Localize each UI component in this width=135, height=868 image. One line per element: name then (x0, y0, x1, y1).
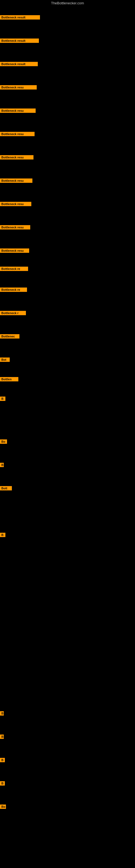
bottleneck-result-badge: Bottleneck result (0, 38, 39, 43)
bottleneck-result-badge: Bottleneck re (0, 267, 28, 271)
bottleneck-result-badge: Bottleneck resu (0, 85, 37, 90)
bottleneck-result-badge: Bottleneck resu (0, 179, 32, 183)
bottleneck-result-badge: Bottlen (0, 377, 18, 381)
bottleneck-result-badge: Bottleneck resu (0, 248, 29, 253)
bottleneck-result-badge: Bottleneck result (0, 62, 38, 66)
bottleneck-result-badge: Bottleneck re (0, 287, 27, 292)
bottleneck-result-badge: B (0, 711, 4, 716)
bottleneck-result-badge: Bot (0, 358, 10, 362)
bottleneck-result-badge: B (0, 735, 4, 739)
bottleneck-result-badge: Bottleneck r (0, 311, 26, 315)
site-title: TheBottlenecker.com (0, 0, 135, 7)
bottleneck-result-badge: Bottleneck resu (0, 155, 34, 159)
bottleneck-result-badge: Bo (0, 805, 6, 809)
bottleneck-result-badge: Bott (0, 486, 12, 490)
bottleneck-result-badge: B (0, 397, 5, 401)
bottleneck-result-badge: Bo (0, 439, 7, 444)
bottleneck-result-badge: Bottleneck resu (0, 108, 36, 113)
bottleneck-result-badge: Bottleneck resu (0, 225, 30, 229)
bottleneck-result-badge: Bottleneck result (0, 15, 40, 20)
bottleneck-result-badge: B (0, 463, 4, 467)
bottleneck-result-badge: B (0, 533, 5, 537)
bottleneck-result-badge: B (0, 758, 5, 762)
bottleneck-result-badge: Bottlenec (0, 334, 19, 339)
bottleneck-result-badge: Bottleneck resu (0, 132, 35, 136)
bottleneck-result-badge: B (0, 781, 5, 785)
bottleneck-result-badge: Bottleneck resu (0, 202, 31, 206)
